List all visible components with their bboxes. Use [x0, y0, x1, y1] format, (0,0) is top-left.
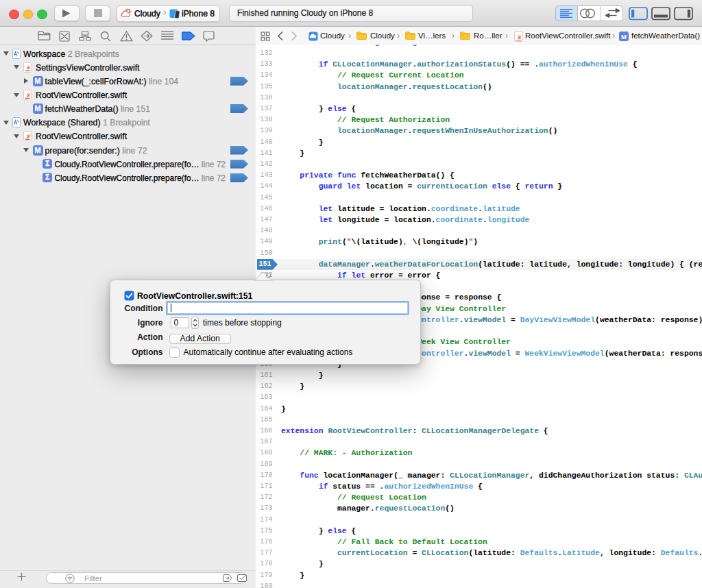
svg-text:M: M: [621, 32, 627, 40]
